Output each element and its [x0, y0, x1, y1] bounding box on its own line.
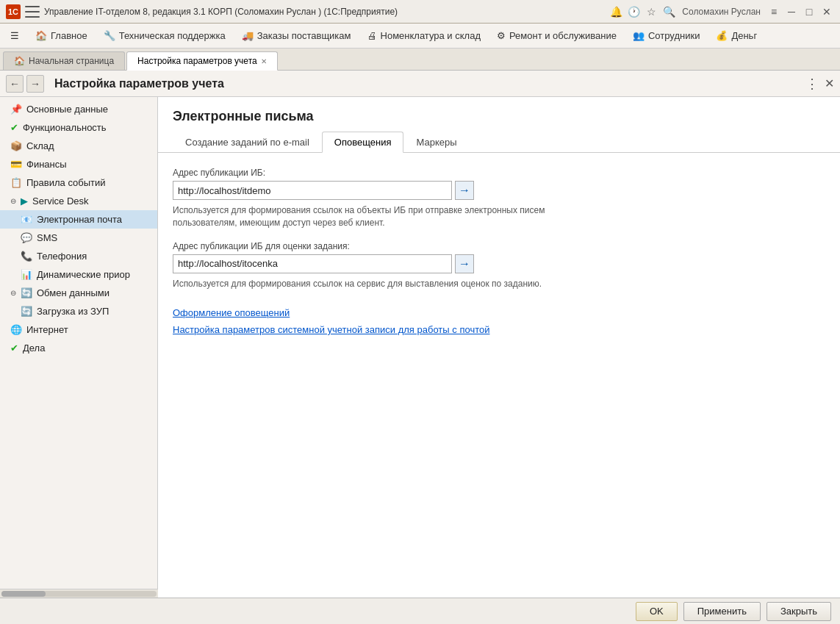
pub-addr-arrow-btn[interactable]: → [455, 181, 474, 200]
menu-icon[interactable] [25, 6, 40, 18]
sidebar-item-servicedesk[interactable]: ⊖ ▶ Service Desk [0, 192, 157, 210]
menu-item-tech[interactable]: 🔧 Техническая поддержка [96, 27, 233, 44]
tab-settings-label: Настройка параметров учета [137, 56, 257, 66]
inner-tabs: Создание заданий по e-mail Оповещения Ма… [158, 132, 840, 153]
clock-icon[interactable]: 🕐 [626, 4, 641, 19]
rating-addr-hint: Используется для формирования ссылок на … [173, 278, 584, 290]
expand-servicedesk-icon: ⊖ [10, 197, 16, 205]
user-name: Соломахин Руслан [679, 4, 764, 19]
inner-tab-markers[interactable]: Маркеры [403, 132, 469, 153]
sidebar-label-warehouse: Склад [26, 140, 54, 151]
finance-icon: 💳 [10, 159, 22, 170]
menu-item-repair[interactable]: ⚙ Ремонт и обслуживание [489, 27, 624, 44]
tab-close-icon[interactable]: ✕ [261, 57, 267, 65]
search-icon[interactable]: 🔍 [661, 4, 676, 19]
pub-addr-label: Адрес публикации ИБ: [173, 168, 825, 178]
inner-tab-notifications[interactable]: Оповещения [322, 132, 404, 153]
menu-bar: ☰ 🏠 Главное 🔧 Техническая поддержка 🚚 За… [0, 24, 840, 49]
rating-addr-arrow-btn[interactable]: → [455, 254, 474, 273]
sidebar-item-email[interactable]: 📧 Электронная почта [0, 210, 157, 229]
sms-icon: 💬 [21, 232, 32, 243]
links-group: Оформление оповещений Настройка параметр… [173, 301, 825, 335]
sidebar-label-dela: Дела [23, 343, 45, 354]
rating-addr-input[interactable] [173, 254, 452, 273]
sidebar-item-dynpriority[interactable]: 📊 Динамические приор [0, 265, 157, 284]
title-bar-controls: 🔔 🕐 ☆ 🔍 Соломахин Руслан ≡ ─ □ ✕ [609, 4, 834, 19]
warehouse-icon: 📦 [10, 140, 22, 151]
hamburger-icon: ☰ [10, 30, 19, 41]
exchange-icon: 🔄 [21, 287, 32, 298]
apply-button[interactable]: Применить [683, 602, 761, 621]
page-title: Настройка параметров учета [54, 77, 224, 90]
sidebar-label-func: Функциональность [23, 122, 107, 133]
menu-label-orders: Заказы поставщикам [257, 30, 351, 41]
sidebar-item-finance[interactable]: 💳 Финансы [0, 155, 157, 173]
bottom-bar: OK Применить Закрыть [0, 598, 840, 624]
menu-item-staff[interactable]: 👥 Сотрудники [625, 27, 707, 44]
title-bar: 1С Управление IT-отделом 8, редакция 3.1… [0, 0, 840, 24]
link-mail-settings[interactable]: Настройка параметров системной учетной з… [173, 324, 489, 335]
money-icon: 💰 [716, 30, 728, 41]
menu-item-hamburger[interactable]: ☰ [3, 27, 26, 44]
sidebar-item-zup[interactable]: 🔄 Загрузка из ЗУП [0, 302, 157, 320]
basic-icon: 📌 [10, 104, 22, 115]
sidebar-label-internet: Интернет [26, 324, 68, 335]
star-icon[interactable]: ☆ [644, 4, 658, 19]
menu-item-money[interactable]: 💰 Деньг [708, 27, 764, 44]
menu-label-money: Деньг [731, 30, 757, 41]
menu-label-nomenclature: Номенклатура и склад [381, 30, 481, 41]
repair-icon: ⚙ [497, 30, 506, 41]
menu-label-repair: Ремонт и обслуживание [509, 30, 617, 41]
home-tab-icon: 🏠 [14, 56, 25, 66]
forward-button[interactable]: → [26, 75, 44, 93]
sidebar-item-events[interactable]: 📋 Правила событий [0, 173, 157, 192]
menu-item-nomenclature[interactable]: 🖨 Номенклатура и склад [360, 27, 488, 44]
toolbar-close-icon[interactable]: ✕ [825, 76, 834, 90]
sidebar-item-basic[interactable]: 📌 Основные данные [0, 100, 157, 118]
sidebar-item-telephony[interactable]: 📞 Телефония [0, 247, 157, 265]
sidebar-item-func[interactable]: ✔ Функциональность [0, 118, 157, 137]
sidebar-item-dela[interactable]: ✔ Дела [0, 339, 157, 357]
sidebar-item-sms[interactable]: 💬 SMS [0, 229, 157, 247]
sidebar-item-internet[interactable]: 🌐 Интернет [0, 320, 157, 339]
sidebar-item-warehouse[interactable]: 📦 Склад [0, 137, 157, 155]
events-icon: 📋 [10, 177, 22, 188]
tab-settings[interactable]: Настройка параметров учета ✕ [126, 51, 278, 71]
sidebar-label-email: Электронная почта [37, 214, 122, 225]
sidebar-label-servicedesk: Service Desk [32, 196, 89, 207]
rating-addr-group: Адрес публикации ИБ для оценки задания: … [173, 241, 825, 290]
menu-label-tech: Техническая поддержка [119, 30, 226, 41]
maximize-btn[interactable]: □ [802, 4, 816, 19]
expand-exchange-icon: ⊖ [10, 289, 16, 297]
ok-button[interactable]: OK [636, 602, 678, 621]
notification-icon[interactable]: 🔔 [609, 4, 623, 19]
pub-addr-row: → [173, 181, 825, 200]
tab-home[interactable]: 🏠 Начальная страница [3, 51, 125, 70]
pub-addr-input[interactable] [173, 181, 452, 200]
sidebar-label-finance: Финансы [26, 159, 67, 170]
menu-item-main[interactable]: 🏠 Главное [28, 27, 95, 44]
sidebar-label-events: Правила событий [26, 177, 106, 188]
back-button[interactable]: ← [6, 75, 24, 93]
tab-home-label: Начальная страница [29, 56, 114, 66]
minimize-btn[interactable]: ─ [784, 4, 799, 19]
sidebar-scroll-bar [0, 589, 158, 598]
link-notifications[interactable]: Оформление оповещений [173, 307, 290, 318]
sidebar-item-exchange[interactable]: ⊖ 🔄 Обмен данными [0, 284, 157, 302]
sidebar: 📌 Основные данные ✔ Функциональность 📦 С… [0, 97, 158, 624]
tech-icon: 🔧 [104, 30, 115, 41]
telephony-icon: 📞 [21, 251, 32, 262]
lines-icon[interactable]: ≡ [767, 4, 781, 19]
inner-tab-create-email[interactable]: Создание заданий по e-mail [173, 132, 322, 153]
close-button[interactable]: Закрыть [767, 602, 831, 621]
orders-icon: 🚚 [242, 30, 254, 41]
toolbar: ← → Настройка параметров учета ⋮ ✕ [0, 71, 840, 97]
window-close-btn[interactable]: ✕ [819, 4, 834, 19]
content-area: Электронные письма Создание заданий по e… [158, 97, 840, 624]
menu-item-orders[interactable]: 🚚 Заказы поставщикам [234, 27, 359, 44]
more-options-icon[interactable]: ⋮ [805, 76, 819, 92]
print-icon: 🖨 [367, 30, 377, 41]
dynpriority-icon: 📊 [21, 269, 32, 280]
func-icon: ✔ [10, 122, 18, 133]
tab-bar: 🏠 Начальная страница Настройка параметро… [0, 49, 840, 71]
